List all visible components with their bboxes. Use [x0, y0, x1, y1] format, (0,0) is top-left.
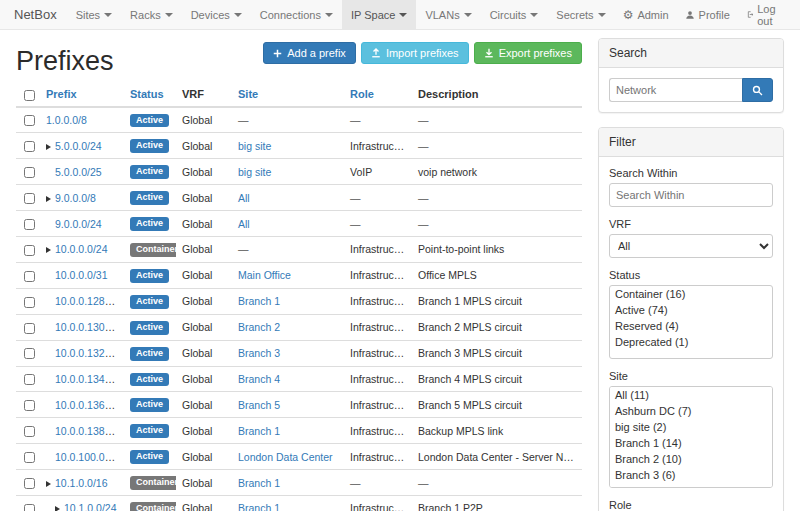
row-checkbox[interactable] [24, 400, 35, 411]
column-header-vrf: VRF [176, 83, 232, 107]
prefix-link[interactable]: 10.1.0.0/16 [55, 477, 108, 489]
prefix-link[interactable]: 10.0.0.0/31 [55, 269, 108, 281]
nav-item-connections[interactable]: Connections [251, 0, 342, 29]
table-row: 10.0.0.0/24ContainerGlobal—Infrastructur… [16, 237, 582, 263]
prefix-link[interactable]: 10.0.0.0/24 [55, 243, 108, 255]
site-link[interactable]: big site [238, 140, 271, 152]
select-all-checkbox[interactable] [24, 90, 35, 101]
prefix-link[interactable]: 10.0.0.136/31 [55, 399, 119, 411]
column-header-role[interactable]: Role [344, 83, 412, 107]
filter-option[interactable]: All (11) [610, 387, 772, 403]
import-prefixes-button[interactable]: Import prefixes [361, 42, 469, 64]
prefix-link[interactable]: 10.0.0.128/31 [55, 295, 119, 307]
prefix-link[interactable]: 5.0.0.0/24 [55, 140, 102, 152]
description-cell: — [412, 211, 582, 237]
search-panel: Search [598, 38, 784, 113]
prefix-link[interactable]: 10.0.100.0/24 [55, 451, 119, 463]
nav-item-label: IP Space [351, 9, 395, 21]
row-checkbox[interactable] [24, 426, 35, 437]
site-link[interactable]: Branch 1 [238, 502, 280, 511]
nav-item-ip-space[interactable]: IP Space [342, 0, 416, 29]
status-badge: Active [130, 295, 169, 309]
site-filter-list[interactable]: All (11)Ashburn DC (7)big site (2)Branch… [609, 386, 773, 488]
app-brand[interactable]: NetBox [10, 0, 67, 29]
site-link[interactable]: All [238, 218, 250, 230]
search-within-input[interactable] [609, 183, 773, 207]
site-link[interactable]: big site [238, 166, 271, 178]
filter-option[interactable]: Deprecated (1) [610, 334, 772, 350]
site-link[interactable]: Branch 1 [238, 477, 280, 489]
site-link[interactable]: Branch 4 [238, 373, 280, 385]
vrf-select[interactable]: All [609, 234, 773, 258]
row-checkbox[interactable] [24, 245, 35, 256]
user-nav: ⚙ Admin Profile Log out [615, 0, 790, 29]
row-checkbox[interactable] [24, 219, 35, 230]
nav-item-sites[interactable]: Sites [67, 0, 121, 29]
row-checkbox[interactable] [24, 193, 35, 204]
site-link[interactable]: Branch 2 [238, 321, 280, 333]
table-row: 10.0.0.128/31ActiveGlobalBranch 1Infrast… [16, 288, 582, 314]
site-link[interactable]: London Data Center [238, 451, 333, 463]
prefix-link[interactable]: 9.0.0.0/8 [55, 192, 96, 204]
row-checkbox[interactable] [24, 504, 35, 511]
row-checkbox[interactable] [24, 271, 35, 282]
filter-option[interactable]: Ashburn DC (7) [610, 403, 772, 419]
filter-option[interactable]: big site (2) [610, 419, 772, 435]
filter-option[interactable]: Branch 4 (12) [610, 483, 772, 488]
site-link[interactable]: Branch 1 [238, 425, 280, 437]
prefix-link[interactable]: 9.0.0.0/24 [55, 218, 102, 230]
prefix-link[interactable]: 5.0.0.0/25 [55, 166, 102, 178]
row-checkbox[interactable] [24, 478, 35, 489]
row-checkbox[interactable] [24, 348, 35, 359]
site-link[interactable]: Branch 1 [238, 295, 280, 307]
logout-link[interactable]: Log out [738, 0, 790, 29]
row-checkbox[interactable] [24, 297, 35, 308]
nav-item-devices[interactable]: Devices [182, 0, 251, 29]
primary-nav: SitesRacksDevicesConnectionsIP SpaceVLAN… [67, 0, 615, 29]
export-prefixes-button[interactable]: Export prefixes [474, 42, 582, 64]
title-row: Prefixes Add a prefix Import prefixes Ex… [16, 38, 582, 77]
row-checkbox[interactable] [24, 167, 35, 178]
status-badge: Active [130, 139, 169, 153]
prefix-link[interactable]: 10.0.0.130/31 [55, 321, 119, 333]
description-cell: Branch 1 MPLS circuit [412, 288, 582, 314]
status-badge: Container [130, 243, 176, 257]
nav-item-secrets[interactable]: Secrets [547, 0, 614, 29]
logout-label: Log out [757, 3, 782, 27]
nav-item-circuits[interactable]: Circuits [481, 0, 548, 29]
nav-item-racks[interactable]: Racks [121, 0, 182, 29]
prefix-link[interactable]: 10.0.0.138/31 [55, 425, 119, 437]
prefix-link[interactable]: 10.1.0.0/24 [64, 502, 117, 511]
filter-option[interactable]: Active (74) [610, 302, 772, 318]
row-checkbox[interactable] [24, 452, 35, 463]
caret-down-icon [530, 13, 538, 17]
filter-option[interactable]: Container (16) [610, 286, 772, 302]
prefix-link[interactable]: 1.0.0.0/8 [46, 114, 87, 126]
column-header-prefix[interactable]: Prefix [40, 83, 124, 107]
search-input[interactable] [609, 78, 742, 102]
import-icon [371, 48, 381, 58]
filter-option[interactable]: Branch 1 (14) [610, 435, 772, 451]
site-link[interactable]: Branch 5 [238, 399, 280, 411]
column-header-status[interactable]: Status [124, 83, 176, 107]
row-checkbox[interactable] [24, 141, 35, 152]
column-header-site[interactable]: Site [232, 83, 344, 107]
site-link[interactable]: Main Office [238, 269, 291, 281]
filter-option[interactable]: Reserved (4) [610, 318, 772, 334]
admin-link[interactable]: ⚙ Admin [615, 0, 677, 29]
profile-link[interactable]: Profile [677, 0, 738, 29]
prefix-link[interactable]: 10.0.0.132/31 [55, 347, 119, 359]
site-link[interactable]: Branch 3 [238, 347, 280, 359]
search-button[interactable] [742, 78, 773, 102]
export-prefixes-label: Export prefixes [499, 47, 572, 59]
site-link[interactable]: All [238, 192, 250, 204]
row-checkbox[interactable] [24, 374, 35, 385]
row-checkbox[interactable] [24, 115, 35, 126]
row-checkbox[interactable] [24, 323, 35, 334]
status-filter-list[interactable]: Container (16)Active (74)Reserved (4)Dep… [609, 285, 773, 359]
filter-option[interactable]: Branch 2 (10) [610, 451, 772, 467]
filter-option[interactable]: Branch 3 (6) [610, 467, 772, 483]
add-prefix-button[interactable]: Add a prefix [263, 42, 356, 64]
prefix-link[interactable]: 10.0.0.134/31 [55, 373, 119, 385]
nav-item-vlans[interactable]: VLANs [416, 0, 480, 29]
